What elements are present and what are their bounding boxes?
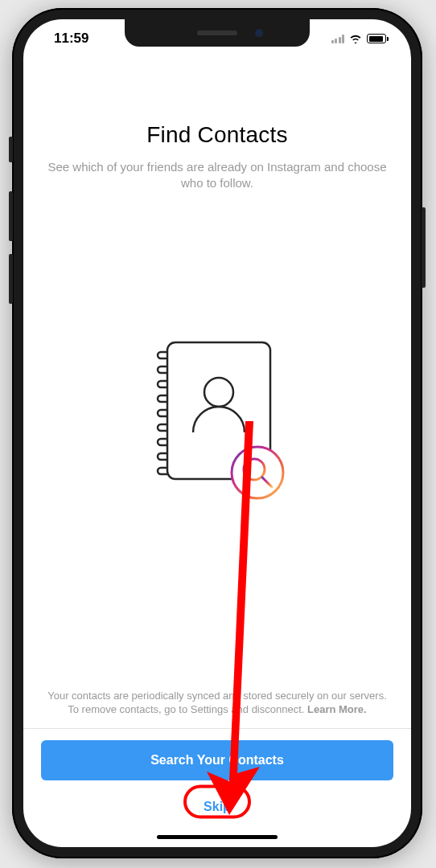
svg-point-2 [232, 447, 283, 498]
page-title: Find Contacts [41, 122, 393, 148]
divider [23, 728, 411, 729]
contact-book-search-icon [41, 152, 393, 689]
skip-button[interactable]: Skip [189, 793, 245, 821]
wifi-icon [349, 34, 362, 43]
search-contacts-button[interactable]: Search Your Contacts [41, 740, 393, 780]
volume-down-button [9, 254, 13, 304]
cellular-signal-icon [331, 34, 345, 43]
status-time: 11:59 [46, 31, 88, 47]
volume-up-button [9, 191, 13, 241]
battery-icon [367, 34, 389, 43]
phone-frame: 11:59 Find Contacts See which of your fr… [12, 8, 422, 858]
svg-point-1 [204, 378, 233, 407]
speaker [197, 31, 237, 35]
home-indicator[interactable] [157, 835, 278, 839]
skip-area: Skip [41, 780, 393, 827]
power-button [422, 207, 426, 288]
notch [125, 19, 310, 47]
status-indicators [331, 34, 389, 43]
disclaimer-text: Your contacts are periodically synced an… [41, 689, 393, 728]
content: Find Contacts See which of your friends … [23, 58, 411, 847]
screen: 11:59 Find Contacts See which of your fr… [23, 19, 411, 847]
learn-more-link[interactable]: Learn More. [307, 703, 367, 715]
mute-switch [9, 137, 13, 162]
front-camera [255, 29, 263, 37]
